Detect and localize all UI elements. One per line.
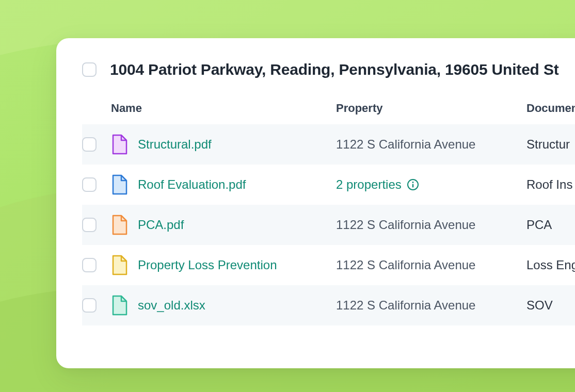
document-type-cell: Roof Ins: [526, 177, 572, 192]
row-checkbox[interactable]: [82, 177, 97, 192]
svg-point-2: [412, 182, 413, 183]
file-icon: [111, 134, 127, 155]
property-cell: 2 properties: [336, 177, 526, 192]
table-row: sov_old.xlsx 1122 S California Avenue SO…: [82, 285, 575, 325]
document-type-cell: SOV: [526, 298, 553, 313]
row-checkbox[interactable]: [82, 258, 97, 272]
column-headers: Name Property Documen: [82, 102, 575, 115]
file-link[interactable]: Structural.pdf: [138, 137, 212, 152]
row-checkbox[interactable]: [82, 218, 97, 232]
file-link[interactable]: sov_old.xlsx: [138, 298, 205, 313]
panel-header: 1004 Patriot Parkway, Reading, Pennsylva…: [82, 61, 575, 78]
property-cell: 1122 S California Avenue: [336, 218, 526, 232]
file-list-panel: 1004 Patriot Parkway, Reading, Pennsylva…: [56, 38, 575, 368]
info-icon[interactable]: [407, 178, 419, 191]
property-link[interactable]: 2 properties: [336, 177, 402, 192]
select-all-checkbox[interactable]: [82, 62, 97, 77]
file-link[interactable]: Roof Evaluation.pdf: [138, 177, 246, 192]
svg-rect-3: [412, 184, 413, 188]
file-link[interactable]: Property Loss Prevention: [138, 258, 277, 272]
column-header-document[interactable]: Documen: [526, 102, 575, 115]
property-cell: 1122 S California Avenue: [336, 137, 526, 152]
document-type-cell: Structur: [526, 137, 570, 152]
table-row: Roof Evaluation.pdf 2 properties Roof In…: [82, 165, 575, 205]
column-header-name[interactable]: Name: [111, 102, 336, 115]
table-row: Structural.pdf 1122 S California Avenue …: [82, 124, 575, 165]
table-row: PCA.pdf 1122 S California Avenue PCA: [82, 205, 575, 245]
row-checkbox[interactable]: [82, 298, 97, 313]
row-checkbox[interactable]: [82, 137, 97, 152]
file-link[interactable]: PCA.pdf: [138, 218, 184, 232]
column-header-property[interactable]: Property: [336, 102, 526, 115]
file-icon: [111, 295, 127, 316]
header-title: 1004 Patriot Parkway, Reading, Pennsylva…: [110, 61, 559, 78]
table-row: Property Loss Prevention 1122 S Californ…: [82, 245, 575, 285]
property-cell: 1122 S California Avenue: [336, 258, 526, 272]
file-icon: [111, 255, 127, 275]
table-body: Structural.pdf 1122 S California Avenue …: [82, 124, 575, 325]
document-type-cell: PCA: [526, 218, 552, 232]
file-icon: [111, 174, 127, 195]
file-icon: [111, 215, 127, 235]
property-cell: 1122 S California Avenue: [336, 298, 526, 313]
document-type-cell: Loss Eng: [526, 258, 575, 272]
